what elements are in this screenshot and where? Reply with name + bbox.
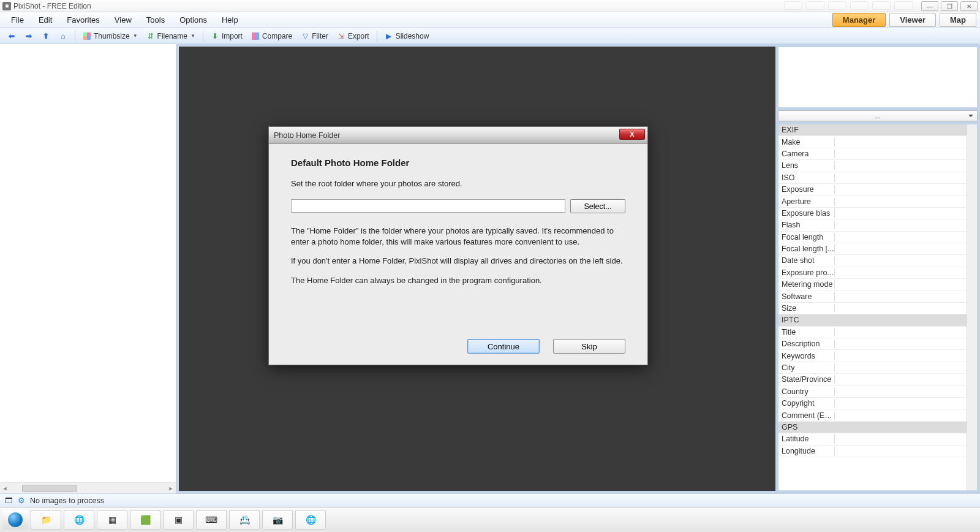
mode-tabs: Manager Viewer Map <box>829 13 976 27</box>
metadata-row[interactable]: City <box>778 362 967 374</box>
close-window-button[interactable]: ✕ <box>960 1 978 11</box>
metadata-row[interactable]: Flash <box>778 219 967 231</box>
toolbar-separator <box>75 31 75 42</box>
dialog-title-text: Photo Home Folder <box>274 131 340 140</box>
compare-button[interactable]: Compare <box>247 31 296 42</box>
metadata-row[interactable]: Camera <box>778 148 967 160</box>
metadata-field-label: Country <box>778 387 835 396</box>
taskbar-pin-explorer[interactable]: 📁 <box>31 510 61 530</box>
dialog-title-bar[interactable]: Photo Home Folder X <box>269 127 647 144</box>
scroll-right-icon[interactable]: ► <box>166 485 176 492</box>
mode-map[interactable]: Map <box>940 13 976 27</box>
photo-home-folder-dialog: Photo Home Folder X Default Photo Home F… <box>268 126 648 365</box>
import-button[interactable]: ⬇Import <box>207 31 246 42</box>
metadata-row[interactable]: Date shot <box>778 255 967 267</box>
filter-icon: ▽ <box>301 32 309 40</box>
filter-button[interactable]: ▽Filter <box>297 31 332 42</box>
export-label: Export <box>348 32 369 40</box>
taskbar-pin-9[interactable]: 🌐 <box>295 510 326 530</box>
dialog-close-button[interactable]: X <box>619 129 645 140</box>
play-icon: ▶ <box>385 32 393 40</box>
metadata-row[interactable]: Exposure pro... <box>778 267 967 279</box>
mode-viewer[interactable]: Viewer <box>889 13 936 27</box>
scroll-thumb[interactable] <box>22 485 77 492</box>
menu-help[interactable]: Help <box>214 13 246 27</box>
start-button[interactable] <box>2 510 28 530</box>
taskbar: 📁 🌐 ▦ 🟩 ▣ ⌨ 📇 📷 🌐 <box>0 507 980 532</box>
select-folder-button[interactable]: Select... <box>570 199 625 213</box>
metadata-row[interactable]: Longitude <box>778 446 967 457</box>
scroll-left-icon[interactable]: ◄ <box>0 485 10 492</box>
taskbar-pin-3[interactable]: ▦ <box>97 510 127 530</box>
menu-tools[interactable]: Tools <box>139 13 172 27</box>
import-label: Import <box>222 32 243 40</box>
menu-file[interactable]: File <box>4 13 31 27</box>
metadata-view-dropdown[interactable]: ... <box>778 110 978 121</box>
metadata-row[interactable]: Latitude <box>778 433 967 445</box>
metadata-field-label: Longitude <box>778 447 835 455</box>
metadata-row[interactable]: Metering mode <box>778 279 967 291</box>
menu-edit[interactable]: Edit <box>31 13 59 27</box>
metadata-field-label: Aperture <box>778 197 835 206</box>
metadata-row[interactable]: State/Province <box>778 374 967 386</box>
metadata-row[interactable]: Focal length [... <box>778 243 967 255</box>
mode-manager[interactable]: Manager <box>832 13 886 27</box>
chevron-down-icon: ▼ <box>190 33 195 39</box>
metadata-row[interactable]: Exposure bias <box>778 208 967 219</box>
metadata-row[interactable]: Software <box>778 291 967 302</box>
metadata-section-header: GPS <box>778 422 967 433</box>
metadata-row[interactable]: Exposure <box>778 184 967 196</box>
continue-button[interactable]: Continue <box>467 339 540 354</box>
nav-back-button[interactable]: ⬅ <box>4 31 20 42</box>
folder-tree[interactable] <box>0 44 176 482</box>
horizontal-scrollbar[interactable]: ◄ ► <box>0 482 176 493</box>
right-column: ... EXIFMakeCameraLensISOExposureApertur… <box>778 44 980 493</box>
metadata-row[interactable]: Make <box>778 136 967 148</box>
maximize-button[interactable]: ❐ <box>941 1 958 11</box>
vertical-scrollbar[interactable] <box>967 124 977 490</box>
gear-icon[interactable]: ⚙ <box>18 496 25 505</box>
metadata-row[interactable]: Copyright <box>778 398 967 409</box>
metadata-field-label: Keywords <box>778 352 835 360</box>
metadata-row[interactable]: Country <box>778 386 967 398</box>
status-idle-icon: 🗖 <box>5 496 13 505</box>
taskbar-pin-5[interactable]: ▣ <box>163 510 194 530</box>
export-icon: ⇲ <box>337 32 345 40</box>
menu-favorites[interactable]: Favorites <box>59 13 107 27</box>
metadata-row[interactable]: Comment (Exif) <box>778 409 967 421</box>
taskbar-pin-7[interactable]: 📇 <box>229 510 260 530</box>
metadata-row[interactable]: Lens <box>778 160 967 172</box>
app-title: PixiShot - FREE Edition <box>13 2 91 10</box>
metadata-field-label: Metering mode <box>778 280 835 289</box>
nav-home-button[interactable]: ⌂ <box>55 31 71 42</box>
taskbar-pin-pixishot[interactable]: 📷 <box>262 510 293 530</box>
thumbsize-label: Thumbsize <box>94 32 130 40</box>
thumbsize-dropdown[interactable]: Thumbsize▼ <box>79 31 141 42</box>
skip-button[interactable]: Skip <box>553 339 625 354</box>
taskbar-pin-2[interactable]: 🌐 <box>64 510 94 530</box>
metadata-row[interactable]: Aperture <box>778 196 967 207</box>
nav-up-button[interactable]: ⬆ <box>38 31 54 42</box>
metadata-field-label: Make <box>778 138 835 146</box>
taskbar-pin-4[interactable]: 🟩 <box>130 510 160 530</box>
slideshow-button[interactable]: ▶Slideshow <box>381 31 433 42</box>
nav-forward-button[interactable]: ➡ <box>21 31 37 42</box>
export-button[interactable]: ⇲Export <box>333 31 373 42</box>
metadata-row[interactable]: Description <box>778 338 967 350</box>
menu-view[interactable]: View <box>107 13 139 27</box>
metadata-row[interactable]: Size <box>778 303 967 314</box>
home-folder-input[interactable] <box>291 199 565 213</box>
metadata-field-label: Description <box>778 340 835 348</box>
preview-thumbnail <box>778 47 978 108</box>
arrow-left-icon: ⬅ <box>7 32 16 40</box>
menu-options[interactable]: Options <box>172 13 214 27</box>
metadata-row[interactable]: Keywords <box>778 350 967 362</box>
metadata-row[interactable]: Focal length <box>778 232 967 243</box>
minimize-button[interactable]: — <box>921 1 938 11</box>
filename-sort-dropdown[interactable]: ⇵Filename▼ <box>143 31 199 42</box>
metadata-row[interactable]: ISO <box>778 172 967 184</box>
metadata-header-label: IPTC <box>778 316 967 324</box>
metadata-field-label: Software <box>778 292 835 301</box>
metadata-row[interactable]: Title <box>778 327 967 338</box>
taskbar-pin-6[interactable]: ⌨ <box>196 510 227 530</box>
